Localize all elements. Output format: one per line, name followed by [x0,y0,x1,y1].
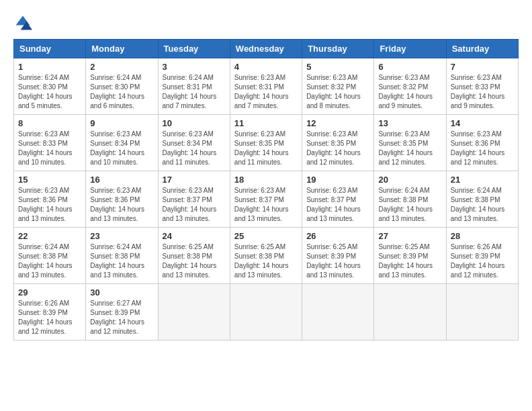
day-number: 7 [451,62,514,72]
sunset-label: Sunset: 8:35 PM [234,140,284,147]
day-info: Sunrise: 6:23 AM Sunset: 8:36 PM Dayligh… [90,186,153,224]
sunset-label: Sunset: 8:35 PM [306,140,356,147]
day-number: 23 [90,231,153,241]
calendar-cell: 14 Sunrise: 6:23 AM Sunset: 8:36 PM Dayl… [446,115,518,171]
header-monday: Monday [86,40,158,58]
sunset-label: Sunset: 8:31 PM [163,83,212,91]
daylight-label: Daylight: 14 hours and 13 minutes. [451,205,505,222]
daylight-label: Daylight: 14 hours and 5 minutes. [18,93,73,109]
calendar-cell: 12 Sunrise: 6:23 AM Sunset: 8:35 PM Dayl… [302,115,374,171]
calendar-cell: 13 Sunrise: 6:23 AM Sunset: 8:35 PM Dayl… [374,115,446,171]
day-info: Sunrise: 6:25 AM Sunset: 8:39 PM Dayligh… [378,242,441,280]
sunrise-label: Sunrise: 6:23 AM [163,187,214,194]
day-info: Sunrise: 6:25 AM Sunset: 8:38 PM Dayligh… [234,242,298,280]
sunrise-label: Sunrise: 6:23 AM [234,130,285,138]
day-info: Sunrise: 6:24 AM Sunset: 8:31 PM Dayligh… [163,73,226,111]
day-info: Sunrise: 6:23 AM Sunset: 8:36 PM Dayligh… [18,186,81,224]
day-info: Sunrise: 6:23 AM Sunset: 8:37 PM Dayligh… [306,186,369,224]
sunset-label: Sunset: 8:30 PM [90,83,140,91]
day-number: 3 [163,62,226,72]
calendar-cell: 22 Sunrise: 6:24 AM Sunset: 8:38 PM Dayl… [14,228,86,284]
day-number: 30 [90,287,153,298]
daylight-label: Daylight: 14 hours and 12 minutes. [378,149,433,166]
sunrise-label: Sunrise: 6:23 AM [234,187,285,194]
sunset-label: Sunset: 8:38 PM [378,196,428,203]
day-number: 21 [451,175,514,185]
calendar-cell: 11 Sunrise: 6:23 AM Sunset: 8:35 PM Dayl… [230,115,302,171]
sunrise-label: Sunrise: 6:23 AM [451,130,502,138]
daylight-label: Daylight: 14 hours and 12 minutes. [451,262,505,279]
daylight-label: Daylight: 14 hours and 7 minutes. [163,93,217,109]
daylight-label: Daylight: 14 hours and 10 minutes. [90,149,144,166]
logo [13,13,35,32]
calendar-cell: 16 Sunrise: 6:23 AM Sunset: 8:36 PM Dayl… [86,171,158,228]
day-number: 16 [90,175,153,185]
daylight-label: Daylight: 14 hours and 9 minutes. [378,93,433,109]
calendar-cell: 23 Sunrise: 6:24 AM Sunset: 8:38 PM Dayl… [86,228,158,284]
sunset-label: Sunset: 8:36 PM [18,196,68,203]
day-info: Sunrise: 6:23 AM Sunset: 8:33 PM Dayligh… [451,73,514,111]
day-number: 17 [163,175,226,185]
sunset-label: Sunset: 8:37 PM [306,196,356,203]
calendar-cell: 6 Sunrise: 6:23 AM Sunset: 8:32 PM Dayli… [374,58,446,115]
daylight-label: Daylight: 14 hours and 13 minutes. [163,205,217,222]
calendar-cell: 17 Sunrise: 6:23 AM Sunset: 8:37 PM Dayl… [158,171,230,228]
sunrise-label: Sunrise: 6:23 AM [306,187,357,194]
header-sunday: Sunday [14,40,86,58]
day-info: Sunrise: 6:23 AM Sunset: 8:32 PM Dayligh… [306,73,369,111]
sunset-label: Sunset: 8:38 PM [451,196,500,203]
daylight-label: Daylight: 14 hours and 7 minutes. [234,93,289,109]
sunset-label: Sunset: 8:31 PM [234,83,284,91]
day-number: 27 [378,231,441,241]
calendar-cell [302,284,374,340]
day-number: 13 [378,118,441,128]
day-number: 6 [378,62,441,72]
sunset-label: Sunset: 8:30 PM [18,83,68,91]
day-info: Sunrise: 6:23 AM Sunset: 8:37 PM Dayligh… [163,186,226,224]
calendar-cell: 10 Sunrise: 6:23 AM Sunset: 8:34 PM Dayl… [158,115,230,171]
day-info: Sunrise: 6:23 AM Sunset: 8:31 PM Dayligh… [234,73,298,111]
sunset-label: Sunset: 8:37 PM [234,196,284,203]
calendar-cell: 2 Sunrise: 6:24 AM Sunset: 8:30 PM Dayli… [86,58,158,115]
daylight-label: Daylight: 14 hours and 6 minutes. [90,93,144,109]
sunrise-label: Sunrise: 6:24 AM [18,243,69,250]
daylight-label: Daylight: 14 hours and 11 minutes. [234,149,289,166]
day-info: Sunrise: 6:23 AM Sunset: 8:32 PM Dayligh… [378,73,441,111]
header-wednesday: Wednesday [230,40,302,58]
day-number: 10 [163,118,226,128]
sunset-label: Sunset: 8:35 PM [378,140,428,147]
sunrise-label: Sunrise: 6:27 AM [90,300,141,307]
day-number: 19 [306,175,369,185]
calendar-cell [230,284,302,340]
day-info: Sunrise: 6:23 AM Sunset: 8:35 PM Dayligh… [306,130,369,167]
sunset-label: Sunset: 8:39 PM [451,253,500,260]
calendar-week-4: 22 Sunrise: 6:24 AM Sunset: 8:38 PM Dayl… [14,228,519,284]
sunrise-label: Sunrise: 6:26 AM [18,300,69,307]
sunset-label: Sunset: 8:39 PM [90,309,140,316]
day-info: Sunrise: 6:23 AM Sunset: 8:34 PM Dayligh… [90,130,153,167]
daylight-label: Daylight: 14 hours and 13 minutes. [163,262,217,279]
day-number: 18 [234,175,298,185]
day-info: Sunrise: 6:23 AM Sunset: 8:35 PM Dayligh… [234,130,298,167]
sunrise-label: Sunrise: 6:23 AM [90,187,141,194]
daylight-label: Daylight: 14 hours and 13 minutes. [378,262,433,279]
calendar-cell: 28 Sunrise: 6:26 AM Sunset: 8:39 PM Dayl… [446,228,518,284]
day-number: 8 [18,118,81,128]
calendar-cell: 19 Sunrise: 6:23 AM Sunset: 8:37 PM Dayl… [302,171,374,228]
sunset-label: Sunset: 8:34 PM [90,140,140,147]
daylight-label: Daylight: 14 hours and 12 minutes. [451,149,505,166]
sunrise-label: Sunrise: 6:23 AM [306,74,357,81]
header-friday: Friday [374,40,446,58]
calendar-cell: 18 Sunrise: 6:23 AM Sunset: 8:37 PM Dayl… [230,171,302,228]
calendar-week-1: 1 Sunrise: 6:24 AM Sunset: 8:30 PM Dayli… [14,58,519,115]
day-number: 1 [18,62,81,72]
sunrise-label: Sunrise: 6:24 AM [378,187,429,194]
day-number: 4 [234,62,298,72]
calendar-cell [374,284,446,340]
day-info: Sunrise: 6:23 AM Sunset: 8:35 PM Dayligh… [378,130,441,167]
day-info: Sunrise: 6:23 AM Sunset: 8:37 PM Dayligh… [234,186,298,224]
header-saturday: Saturday [446,40,518,58]
sunset-label: Sunset: 8:32 PM [306,83,356,91]
header-tuesday: Tuesday [158,40,230,58]
sunset-label: Sunset: 8:32 PM [378,83,428,91]
